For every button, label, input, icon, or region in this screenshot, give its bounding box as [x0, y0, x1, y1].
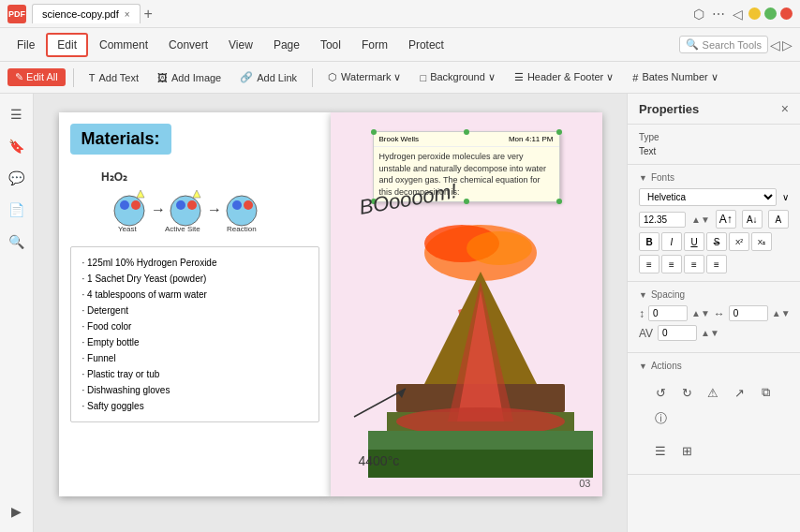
add-text-button[interactable]: T Add Text [81, 69, 146, 86]
strikethrough-btn[interactable]: S [706, 232, 727, 251]
align-left-btn[interactable]: ≡ [639, 255, 659, 273]
svg-text:→: → [207, 201, 222, 217]
action-info-icon[interactable]: ⓘ [650, 408, 671, 429]
pages-panel-icon[interactable]: 📄 [4, 197, 30, 223]
char-spacing-input[interactable] [729, 305, 768, 321]
titlebar: PDF science-copy.pdf × + ⬡ ⋯ ◁ [0, 0, 800, 28]
italic-btn[interactable]: I [661, 232, 682, 251]
action-redo-icon[interactable]: ↻ [676, 382, 697, 403]
sidebar-expand-icon[interactable]: ▶ [4, 498, 30, 525]
document-tab[interactable]: science-copy.pdf × [32, 4, 141, 23]
new-tab-btn[interactable]: + [144, 6, 153, 22]
maximize-btn[interactable] [764, 7, 777, 20]
spacing-collapse-icon[interactable]: ▼ [639, 290, 647, 300]
menu-page[interactable]: Page [264, 35, 309, 55]
line-spacing-stepper[interactable]: ▲▼ [691, 308, 710, 318]
add-image-button[interactable]: 🖼 Add Image [150, 69, 229, 86]
word-spacing-input[interactable] [658, 325, 697, 341]
edit-all-button[interactable]: ✎ Edit All [7, 68, 66, 86]
nav-left-icon[interactable]: ◁ [770, 37, 780, 52]
svg-marker-10 [193, 190, 200, 198]
watermark-icon: ⬡ [328, 71, 337, 83]
comment-panel-icon[interactable]: 💬 [4, 165, 30, 191]
superscript-btn[interactable]: X² [729, 232, 749, 251]
bates-number-button[interactable]: # Bates Number ∨ [625, 68, 726, 86]
actions-collapse-icon[interactable]: ▼ [639, 362, 647, 371]
subscript-btn[interactable]: X₂ [751, 232, 772, 251]
actions-second-row: ☰ ⊞ [639, 435, 789, 466]
header-footer-button[interactable]: ☰ Header & Footer ∨ [507, 68, 621, 86]
list-item: · Detergent [82, 303, 307, 318]
action-copy-icon[interactable]: ⧉ [755, 382, 776, 403]
close-btn[interactable] [780, 7, 793, 20]
format-buttons-row: B I U S X² X₂ [639, 232, 789, 251]
menu-file[interactable]: File [7, 35, 44, 55]
sidebar-toggle-icon[interactable]: ☰ [4, 101, 30, 127]
chevron-down-icon: ∨ [782, 192, 789, 202]
tab-close-btn[interactable]: × [125, 9, 130, 20]
menu-convert[interactable]: Convert [159, 35, 217, 55]
list-item: · 1 Sachet Dry Yeast (powder) [82, 271, 307, 287]
minimize-icon[interactable]: ⋯ [712, 7, 725, 22]
nav-right-icon[interactable]: ▷ [782, 37, 793, 52]
align-center-btn[interactable]: ≡ [661, 255, 682, 273]
action-grid-icon[interactable]: ⊞ [676, 440, 697, 461]
menu-form[interactable]: Form [352, 35, 397, 55]
fonts-collapse-icon[interactable]: ▼ [639, 173, 647, 183]
action-menu-icon[interactable]: ☰ [650, 440, 671, 461]
menu-edit[interactable]: Edit [46, 33, 88, 57]
char-spacing-icon: ↔ [714, 307, 725, 320]
list-item: · Food color [82, 318, 307, 334]
nav-back-icon[interactable]: ◁ [733, 7, 743, 22]
font-name-select[interactable]: Helvetica [639, 188, 777, 206]
temperature-text: 4400°c [359, 453, 400, 468]
pdf-content-area[interactable]: Materials: H₂O₂ Yeast → [34, 94, 627, 532]
align-right-btn[interactable]: ≡ [684, 255, 704, 273]
list-item: · Dishwashing gloves [82, 382, 307, 398]
menu-protect[interactable]: Protect [399, 35, 453, 55]
svg-point-2 [120, 200, 129, 210]
handle-tc[interactable] [464, 129, 469, 135]
left-sidebar: ☰ 🔖 💬 📄 🔍 ▶ [0, 94, 34, 532]
panel-close-btn[interactable]: × [781, 101, 789, 116]
bookmark-icon[interactable]: 🔖 [4, 133, 30, 159]
align-justify-btn[interactable]: ≡ [706, 255, 727, 273]
font-decrease-btn[interactable]: A↓ [742, 210, 763, 229]
word-spacing-stepper[interactable]: ▲▼ [701, 328, 719, 338]
panel-title: Properties [639, 102, 699, 116]
minimize-btn[interactable] [748, 7, 761, 20]
spacing-section: ▼ Spacing ↕ ▲▼ ↔ ▲▼ AV ▲▼ [628, 282, 800, 353]
materials-title: Materials: [70, 124, 171, 155]
fonts-section-title: ▼ Fonts [639, 172, 789, 183]
list-item: · Plastic tray or tub [82, 366, 307, 382]
font-increase-btn[interactable]: A↑ [716, 210, 736, 229]
add-text-icon: T [89, 72, 96, 83]
pdf-page-left: Materials: H₂O₂ Yeast → [59, 112, 331, 496]
comment-author: Brook Wells [379, 135, 420, 143]
search-panel-icon[interactable]: 🔍 [4, 229, 30, 255]
menu-tool[interactable]: Tool [311, 35, 350, 55]
menu-comment[interactable]: Comment [90, 35, 157, 55]
actions-section: ▼ Actions ↺ ↻ ⚠ ↗ ⧉ ⓘ ☰ ⊞ [628, 353, 800, 475]
font-size-input[interactable] [639, 212, 686, 228]
diagram-area: H₂O₂ Yeast → Active Site → [70, 164, 319, 239]
share-icon[interactable]: ⬡ [693, 7, 704, 22]
page-number: 03 [579, 478, 590, 489]
handle-tl[interactable] [371, 129, 377, 135]
underline-btn[interactable]: U [684, 232, 704, 251]
menu-view[interactable]: View [219, 35, 262, 55]
char-spacing-stepper[interactable]: ▲▼ [772, 308, 791, 318]
action-warning-icon[interactable]: ⚠ [703, 382, 723, 403]
word-spacing-icon: AV [639, 327, 654, 340]
line-spacing-input[interactable] [648, 305, 688, 321]
watermark-button[interactable]: ⬡ Watermark ∨ [320, 68, 408, 86]
add-link-button[interactable]: 🔗 Add Link [232, 68, 304, 86]
font-size-stepper[interactable]: ▲▼ [691, 214, 710, 225]
background-button[interactable]: □ Background ∨ [412, 68, 502, 86]
action-undo-icon[interactable]: ↺ [650, 382, 671, 403]
search-tools-box[interactable]: 🔍 Search Tools [679, 36, 768, 53]
bold-btn[interactable]: B [639, 232, 659, 251]
action-cursor-icon[interactable]: ↗ [729, 382, 749, 403]
handle-tr[interactable] [556, 129, 562, 135]
font-color-btn[interactable]: A [768, 210, 789, 229]
